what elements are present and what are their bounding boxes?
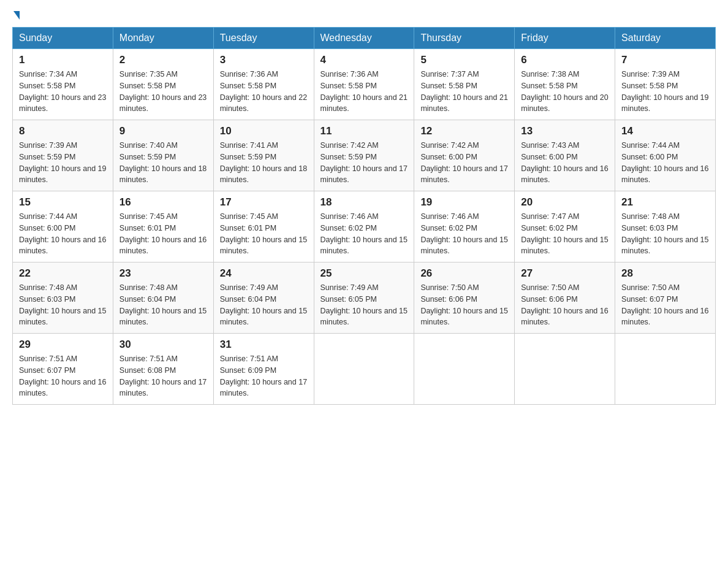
- calendar-cell: 2 Sunrise: 7:35 AMSunset: 5:58 PMDayligh…: [113, 49, 213, 120]
- calendar-cell: 27 Sunrise: 7:50 AMSunset: 6:06 PMDaylig…: [515, 262, 615, 334]
- day-info: Sunrise: 7:44 AMSunset: 6:00 PMDaylight:…: [621, 141, 708, 184]
- day-info: Sunrise: 7:42 AMSunset: 5:59 PMDaylight:…: [320, 141, 408, 184]
- calendar-week-row: 15 Sunrise: 7:44 AMSunset: 6:00 PMDaylig…: [13, 191, 716, 262]
- calendar-week-row: 22 Sunrise: 7:48 AMSunset: 6:03 PMDaylig…: [13, 262, 716, 334]
- day-number: 3: [220, 54, 308, 66]
- calendar-cell: 25 Sunrise: 7:49 AMSunset: 6:05 PMDaylig…: [314, 262, 414, 334]
- day-number: 19: [420, 196, 508, 209]
- day-info: Sunrise: 7:51 AMSunset: 6:09 PMDaylight:…: [220, 354, 307, 397]
- calendar-cell: 5 Sunrise: 7:37 AMSunset: 5:58 PMDayligh…: [414, 49, 515, 120]
- day-number: 1: [19, 54, 107, 66]
- calendar-cell: [515, 334, 615, 405]
- day-number: 2: [119, 54, 207, 66]
- calendar-cell: 14 Sunrise: 7:44 AMSunset: 6:00 PMDaylig…: [615, 120, 716, 191]
- calendar-cell: 4 Sunrise: 7:36 AMSunset: 5:58 PMDayligh…: [314, 49, 414, 120]
- day-number: 20: [521, 196, 609, 209]
- calendar-cell: 17 Sunrise: 7:45 AMSunset: 6:01 PMDaylig…: [213, 191, 314, 262]
- day-number: 14: [621, 125, 709, 137]
- day-info: Sunrise: 7:39 AMSunset: 5:58 PMDaylight:…: [621, 70, 708, 113]
- calendar-week-row: 29 Sunrise: 7:51 AMSunset: 6:07 PMDaylig…: [13, 334, 716, 405]
- day-info: Sunrise: 7:49 AMSunset: 6:05 PMDaylight:…: [320, 283, 408, 326]
- day-number: 18: [320, 196, 408, 209]
- calendar-cell: 24 Sunrise: 7:49 AMSunset: 6:04 PMDaylig…: [213, 262, 314, 334]
- day-info: Sunrise: 7:48 AMSunset: 6:04 PMDaylight:…: [119, 283, 207, 326]
- calendar-cell: 18 Sunrise: 7:46 AMSunset: 6:02 PMDaylig…: [314, 191, 414, 262]
- day-number: 26: [420, 267, 508, 280]
- day-info: Sunrise: 7:48 AMSunset: 6:03 PMDaylight:…: [621, 212, 708, 255]
- calendar-cell: 19 Sunrise: 7:46 AMSunset: 6:02 PMDaylig…: [414, 191, 515, 262]
- calendar-cell: 16 Sunrise: 7:45 AMSunset: 6:01 PMDaylig…: [113, 191, 213, 262]
- calendar-cell: 22 Sunrise: 7:48 AMSunset: 6:03 PMDaylig…: [13, 262, 113, 334]
- day-info: Sunrise: 7:36 AMSunset: 5:58 PMDaylight:…: [320, 70, 408, 113]
- calendar-cell: 21 Sunrise: 7:48 AMSunset: 6:03 PMDaylig…: [615, 191, 716, 262]
- day-number: 30: [119, 339, 207, 351]
- day-number: 4: [320, 54, 408, 66]
- calendar-cell: 1 Sunrise: 7:34 AMSunset: 5:58 PMDayligh…: [13, 49, 113, 120]
- day-number: 8: [19, 125, 107, 137]
- day-info: Sunrise: 7:39 AMSunset: 5:59 PMDaylight:…: [19, 141, 106, 184]
- day-info: Sunrise: 7:45 AMSunset: 6:01 PMDaylight:…: [220, 212, 307, 255]
- day-info: Sunrise: 7:45 AMSunset: 6:01 PMDaylight:…: [119, 212, 207, 255]
- day-info: Sunrise: 7:38 AMSunset: 5:58 PMDaylight:…: [521, 70, 608, 113]
- calendar-cell: 6 Sunrise: 7:38 AMSunset: 5:58 PMDayligh…: [515, 49, 615, 120]
- day-number: 31: [220, 339, 308, 351]
- day-info: Sunrise: 7:47 AMSunset: 6:02 PMDaylight:…: [521, 212, 608, 255]
- calendar-cell: 9 Sunrise: 7:40 AMSunset: 5:59 PMDayligh…: [113, 120, 213, 191]
- logo-arrow-icon: [13, 11, 20, 20]
- day-info: Sunrise: 7:40 AMSunset: 5:59 PMDaylight:…: [119, 141, 207, 184]
- day-number: 13: [521, 125, 609, 137]
- header-monday: Monday: [113, 28, 213, 49]
- day-info: Sunrise: 7:51 AMSunset: 6:07 PMDaylight:…: [19, 354, 106, 397]
- day-info: Sunrise: 7:46 AMSunset: 6:02 PMDaylight:…: [420, 212, 507, 255]
- calendar-cell: [615, 334, 716, 405]
- day-info: Sunrise: 7:37 AMSunset: 5:58 PMDaylight:…: [420, 70, 507, 113]
- day-info: Sunrise: 7:48 AMSunset: 6:03 PMDaylight:…: [19, 283, 106, 326]
- day-info: Sunrise: 7:46 AMSunset: 6:02 PMDaylight:…: [320, 212, 408, 255]
- day-info: Sunrise: 7:50 AMSunset: 6:06 PMDaylight:…: [521, 283, 608, 326]
- day-number: 27: [521, 267, 609, 280]
- header-thursday: Thursday: [414, 28, 515, 49]
- day-number: 5: [420, 54, 508, 66]
- day-number: 16: [119, 196, 207, 209]
- day-info: Sunrise: 7:44 AMSunset: 6:00 PMDaylight:…: [19, 212, 106, 255]
- day-number: 24: [220, 267, 308, 280]
- header-saturday: Saturday: [615, 28, 716, 49]
- calendar-table: SundayMondayTuesdayWednesdayThursdayFrid…: [12, 27, 716, 405]
- calendar-cell: 7 Sunrise: 7:39 AMSunset: 5:58 PMDayligh…: [615, 49, 716, 120]
- calendar-cell: 3 Sunrise: 7:36 AMSunset: 5:58 PMDayligh…: [213, 49, 314, 120]
- day-info: Sunrise: 7:51 AMSunset: 6:08 PMDaylight:…: [119, 354, 207, 397]
- day-info: Sunrise: 7:50 AMSunset: 6:06 PMDaylight:…: [420, 283, 507, 326]
- day-info: Sunrise: 7:42 AMSunset: 6:00 PMDaylight:…: [420, 141, 507, 184]
- calendar-cell: 28 Sunrise: 7:50 AMSunset: 6:07 PMDaylig…: [615, 262, 716, 334]
- calendar-cell: [314, 334, 414, 405]
- calendar-cell: [414, 334, 515, 405]
- day-number: 12: [420, 125, 508, 137]
- calendar-cell: 30 Sunrise: 7:51 AMSunset: 6:08 PMDaylig…: [113, 334, 213, 405]
- header-tuesday: Tuesday: [213, 28, 314, 49]
- day-info: Sunrise: 7:35 AMSunset: 5:58 PMDaylight:…: [119, 70, 207, 113]
- calendar-header-row: SundayMondayTuesdayWednesdayThursdayFrid…: [13, 28, 716, 49]
- day-number: 25: [320, 267, 408, 280]
- calendar-cell: 15 Sunrise: 7:44 AMSunset: 6:00 PMDaylig…: [13, 191, 113, 262]
- calendar-cell: 11 Sunrise: 7:42 AMSunset: 5:59 PMDaylig…: [314, 120, 414, 191]
- day-number: 23: [119, 267, 207, 280]
- calendar-cell: 31 Sunrise: 7:51 AMSunset: 6:09 PMDaylig…: [213, 334, 314, 405]
- day-number: 6: [521, 54, 609, 66]
- day-number: 9: [119, 125, 207, 137]
- calendar-cell: 29 Sunrise: 7:51 AMSunset: 6:07 PMDaylig…: [13, 334, 113, 405]
- calendar-cell: 23 Sunrise: 7:48 AMSunset: 6:04 PMDaylig…: [113, 262, 213, 334]
- day-number: 17: [220, 196, 308, 209]
- calendar-week-row: 8 Sunrise: 7:39 AMSunset: 5:59 PMDayligh…: [13, 120, 716, 191]
- day-number: 21: [621, 196, 709, 209]
- calendar-week-row: 1 Sunrise: 7:34 AMSunset: 5:58 PMDayligh…: [13, 49, 716, 120]
- day-number: 10: [220, 125, 308, 137]
- day-info: Sunrise: 7:43 AMSunset: 6:00 PMDaylight:…: [521, 141, 608, 184]
- day-info: Sunrise: 7:49 AMSunset: 6:04 PMDaylight:…: [220, 283, 307, 326]
- calendar-cell: 10 Sunrise: 7:41 AMSunset: 5:59 PMDaylig…: [213, 120, 314, 191]
- calendar-cell: 26 Sunrise: 7:50 AMSunset: 6:06 PMDaylig…: [414, 262, 515, 334]
- day-number: 11: [320, 125, 408, 137]
- day-info: Sunrise: 7:34 AMSunset: 5:58 PMDaylight:…: [19, 70, 106, 113]
- calendar-cell: 8 Sunrise: 7:39 AMSunset: 5:59 PMDayligh…: [13, 120, 113, 191]
- day-number: 7: [621, 54, 709, 66]
- day-info: Sunrise: 7:41 AMSunset: 5:59 PMDaylight:…: [220, 141, 307, 184]
